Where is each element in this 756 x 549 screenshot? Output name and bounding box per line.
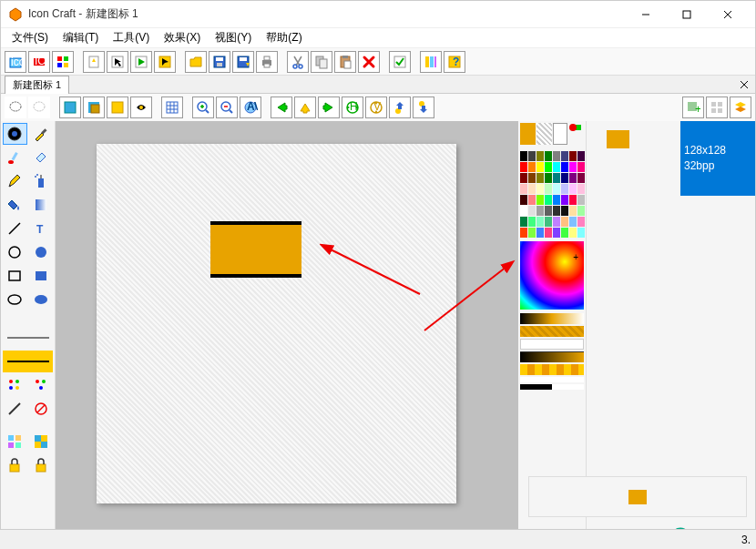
color-swatch[interactable] — [569, 195, 577, 205]
menu-help[interactable]: 帮助(Z) — [259, 28, 309, 47]
color-swatch[interactable] — [569, 173, 577, 183]
color-swatch[interactable] — [520, 173, 527, 183]
lasso-light-icon[interactable] — [28, 97, 50, 118]
color-swatch[interactable] — [577, 173, 585, 183]
pen-tool[interactable] — [3, 398, 27, 420]
lasso-dark-icon[interactable] — [5, 97, 26, 118]
color-swatches[interactable] — [520, 151, 584, 238]
color-gradient-picker[interactable]: + — [520, 241, 584, 310]
color-swatch[interactable] — [536, 195, 544, 205]
color-swatch[interactable] — [545, 195, 552, 205]
layer1-button[interactable] — [59, 97, 81, 118]
color-swatch[interactable] — [545, 173, 552, 183]
color-swatch[interactable] — [569, 228, 577, 238]
color-swatch[interactable] — [528, 173, 536, 183]
lock1-button[interactable] — [3, 454, 27, 476]
color-swatch[interactable] — [553, 206, 560, 216]
color-swatch[interactable] — [536, 162, 544, 172]
color-swatch[interactable] — [553, 184, 560, 194]
cancel-tool[interactable] — [29, 398, 54, 420]
play-button[interactable] — [130, 51, 152, 73]
color-picker-tool[interactable] — [3, 123, 27, 145]
color-swatch[interactable] — [545, 151, 552, 161]
ico-format-button[interactable]: ICO — [28, 51, 50, 73]
color-swatch[interactable] — [545, 206, 552, 216]
flip-h-button[interactable]: H — [342, 97, 363, 118]
color-swatch[interactable] — [569, 184, 577, 194]
color-swatch[interactable] — [577, 151, 585, 161]
circle-fill-tool[interactable] — [29, 241, 54, 263]
print-button[interactable] — [256, 51, 278, 73]
pattern-bar-2[interactable] — [520, 364, 584, 375]
paste-button[interactable] — [334, 51, 356, 73]
palette-button[interactable] — [52, 51, 74, 73]
color-swatch[interactable] — [528, 162, 536, 172]
arrow-right-button[interactable] — [318, 97, 340, 118]
eyedropper-tool[interactable] — [29, 123, 54, 145]
color-swatch[interactable] — [520, 151, 527, 161]
rect-fill-tool[interactable] — [29, 265, 54, 287]
maximize-button[interactable] — [666, 2, 707, 27]
menu-view[interactable]: 视图(Y) — [208, 28, 259, 47]
color-swatch[interactable] — [553, 217, 560, 227]
menu-tools[interactable]: 工具(V) — [106, 28, 157, 47]
pattern1-button[interactable] — [3, 431, 27, 452]
color-swatch[interactable] — [561, 195, 568, 205]
color-swatch[interactable] — [536, 173, 544, 183]
circle-outline-tool[interactable] — [3, 241, 27, 263]
opts1-button[interactable] — [3, 374, 27, 396]
color-swatch[interactable] — [536, 206, 544, 216]
layer3-button[interactable] — [107, 97, 128, 118]
foreground-color[interactable] — [520, 123, 536, 145]
cursor-yellow-button[interactable] — [154, 51, 176, 73]
pencil-tool[interactable] — [3, 170, 27, 192]
color-swatch[interactable] — [577, 206, 585, 216]
reset-colors[interactable] — [568, 123, 584, 145]
background-color[interactable] — [536, 123, 552, 145]
color-swatch[interactable] — [553, 173, 560, 183]
pattern2-button[interactable] — [29, 431, 54, 452]
color-swatch[interactable] — [545, 228, 552, 238]
menu-file[interactable]: 文件(S) — [5, 28, 56, 47]
color-swatch[interactable] — [553, 228, 560, 238]
menu-effects[interactable]: 效果(X) — [157, 28, 208, 47]
swap-colors[interactable] — [553, 123, 568, 145]
color-swatch[interactable] — [536, 217, 544, 227]
check-button[interactable] — [389, 51, 411, 73]
brush-tool[interactable] — [3, 147, 27, 168]
arrow-up-button[interactable] — [294, 97, 316, 118]
save-as-button[interactable] — [232, 51, 254, 73]
spray-tool[interactable] — [29, 170, 54, 192]
layer2-button[interactable] — [83, 97, 105, 118]
delete-button[interactable] — [358, 51, 380, 73]
color-swatch[interactable] — [561, 206, 568, 216]
document-tab[interactable]: 新建图标 1 — [5, 76, 69, 94]
text-tool[interactable]: T — [29, 218, 54, 239]
line-thin-button[interactable] — [3, 327, 53, 349]
pattern-bar[interactable] — [520, 326, 584, 337]
color-swatch[interactable] — [553, 151, 560, 161]
color-swatch[interactable] — [520, 195, 527, 205]
zoom-in-button[interactable] — [192, 97, 214, 118]
open-button[interactable] — [185, 51, 207, 73]
color-swatch[interactable] — [561, 228, 568, 238]
empty-bar-1[interactable] — [520, 339, 584, 350]
color-swatch[interactable] — [528, 217, 536, 227]
color-swatch[interactable] — [528, 195, 536, 205]
color-swatch[interactable] — [553, 195, 560, 205]
canvas[interactable] — [97, 144, 456, 503]
minimize-button[interactable] — [625, 2, 666, 27]
color-swatch[interactable] — [577, 195, 585, 205]
color-swatch[interactable] — [528, 206, 536, 216]
color-swatch[interactable] — [577, 228, 585, 238]
color-swatch[interactable] — [561, 217, 568, 227]
rect-outline-tool[interactable] — [3, 265, 27, 287]
color-swatch[interactable] — [545, 217, 552, 227]
tab-close-button[interactable] — [737, 77, 751, 92]
color-swatch[interactable] — [569, 217, 577, 227]
layers-button[interactable] — [730, 97, 751, 118]
grid-button[interactable] — [161, 97, 183, 118]
new-page-button[interactable] — [83, 51, 105, 73]
color-swatch[interactable] — [520, 184, 527, 194]
arrow-left-button[interactable] — [271, 97, 292, 118]
